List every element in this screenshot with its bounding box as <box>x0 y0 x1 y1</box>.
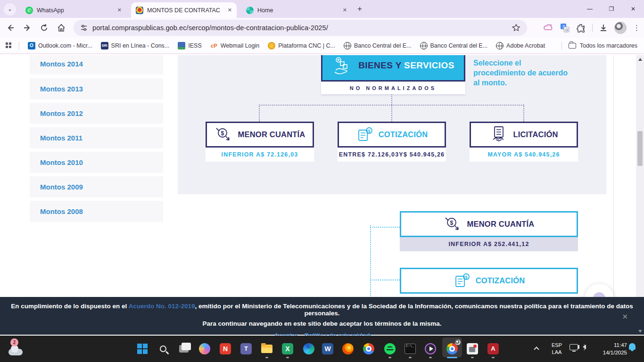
bookmark-sri[interactable]: SRISRI en Línea - Cons... <box>101 42 170 49</box>
bookmark-webmail[interactable]: cPWebmail Login <box>210 42 259 49</box>
sidebar-item-montos-2012[interactable]: Montos 2012 <box>30 103 163 124</box>
running-indicator <box>471 357 474 358</box>
clock-widget[interactable]: 11:47 14/1/2025 <box>593 336 627 362</box>
taskbar-start-button[interactable] <box>133 339 152 358</box>
tab-close-icon[interactable]: ✕ <box>223 7 232 13</box>
taskbar-edge-icon[interactable] <box>299 339 318 358</box>
node-cotizacion-2[interactable]: $ COTIZACIÓN <box>400 268 578 294</box>
close-window-button[interactable]: ✕ <box>622 0 644 18</box>
scrollbar-thumb[interactable] <box>637 131 643 166</box>
node-caption: ENTRE $ 72.126,03 Y $ 540.945,26 <box>338 148 446 162</box>
tab-search-icon[interactable]: ⌄ <box>4 3 16 16</box>
bookmarks-divider <box>19 41 19 50</box>
running-indicator <box>265 357 268 358</box>
node-licitacion[interactable]: LICITACIÓN MAYOR A $ 540.945,26 <box>470 122 578 162</box>
restore-button[interactable]: ❐ <box>601 0 622 18</box>
tab-home[interactable]: Home ✕ <box>241 2 352 18</box>
connector-line-cyan <box>370 227 400 228</box>
running-indicator <box>388 357 391 358</box>
svg-text:$: $ <box>221 130 224 137</box>
profile-avatar[interactable] <box>614 22 627 34</box>
taskbar-excel-icon[interactable]: X <box>278 339 297 358</box>
apps-grid-icon[interactable] <box>6 42 12 49</box>
sidebar-item-montos-2011[interactable]: Montos 2011 <box>30 127 163 148</box>
sidebar-item-montos-2008[interactable]: Montos 2008 <box>30 201 163 222</box>
extensions-puzzle-icon[interactable] <box>576 23 586 33</box>
taskbar-word-icon[interactable]: W <box>318 339 337 358</box>
sidebar-item-montos-2010[interactable]: Montos 2010 <box>30 152 163 173</box>
all-bookmarks[interactable]: Todos los marcadores <box>555 41 637 50</box>
url-bar[interactable]: portal.compraspublicas.gob.ec/sercop/mon… <box>74 20 527 36</box>
node-menor-cuantia[interactable]: $ MENOR CUANTÍA INFERIOR A $ 72.126,03 <box>206 122 314 162</box>
connector-line <box>259 105 260 122</box>
tab-strip: ⌄ WhatsApp ✕ MONTOS DE CONTRATACIÓN P ✕ … <box>0 0 644 18</box>
clock-date: 14/1/2025 <box>593 349 627 356</box>
bookmark-star-icon[interactable] <box>512 24 520 32</box>
toolbar-actions: 文G ⋮ <box>543 20 640 36</box>
taskbar-spotify-icon[interactable] <box>380 339 399 358</box>
browser-menu-icon[interactable]: ⋮ <box>633 24 640 32</box>
back-icon[interactable] <box>4 21 17 34</box>
volume-icon[interactable] <box>583 345 586 349</box>
tab-montos-contratacion[interactable]: MONTOS DE CONTRATACIÓN P ✕ <box>131 2 237 18</box>
taskbar-copilot-icon[interactable] <box>195 339 214 358</box>
url-text[interactable]: portal.compraspublicas.gob.ec/sercop/mon… <box>92 24 328 32</box>
taskbar-nitro-pdf-icon[interactable]: N <box>216 339 235 358</box>
tab-close-icon[interactable]: ✕ <box>338 7 347 13</box>
new-tab-button[interactable]: + <box>357 5 362 13</box>
cookie-notice: En cumplimiento de lo dispuesto en el Ac… <box>0 297 644 335</box>
forward-icon[interactable] <box>21 21 34 34</box>
connector-line <box>259 105 524 106</box>
tab-whatsapp[interactable]: WhatsApp ✕ <box>21 2 126 18</box>
taskbar-search-icon[interactable] <box>154 339 173 358</box>
language-indicator[interactable]: ESP LAA <box>548 336 565 362</box>
globe-icon <box>420 42 428 49</box>
node-menor-cuantia-2[interactable]: $ MENOR CUANTÍA INFERIOR A $ 252.441,12 <box>400 211 578 251</box>
taskbar-java-app-icon[interactable] <box>463 339 482 358</box>
scrollbar-up-arrow[interactable] <box>638 58 642 61</box>
goods-hand-icon <box>332 55 353 76</box>
taskbar-chrome-active-icon[interactable] <box>443 339 462 358</box>
bookmarks-divider <box>561 41 562 50</box>
taskbar-task-view-icon[interactable] <box>174 339 193 358</box>
close-cookie-icon[interactable]: ✕ <box>622 313 628 321</box>
taskbar-acrobat-icon[interactable]: A <box>484 339 503 358</box>
svg-text:$: $ <box>368 129 370 133</box>
scrollbar-track[interactable] <box>636 55 644 297</box>
toolbar-divider <box>592 24 593 32</box>
sidebar-item-montos-2013[interactable]: Montos 2013 <box>30 78 163 99</box>
node-cotizacion[interactable]: $ COTIZACIÓN ENTRE $ 72.126,03 Y $ 540.9… <box>338 122 446 162</box>
taskbar-terminal-icon[interactable]: C:\_ <box>401 339 420 358</box>
bookmark-banco-central-1[interactable]: Banco Central del E... <box>344 42 412 49</box>
taskbar-teams-icon[interactable]: T <box>237 339 256 358</box>
weather-extension-icon[interactable] <box>543 24 553 32</box>
tray-chevron-icon[interactable] <box>533 336 542 362</box>
refresh-icon[interactable] <box>38 21 51 34</box>
minimize-button[interactable]: — <box>579 0 601 18</box>
taskbar-file-explorer-icon[interactable] <box>257 339 276 358</box>
sidebar-item-montos-2009[interactable]: Montos 2009 <box>30 176 163 197</box>
scrollbar-down-arrow[interactable] <box>638 330 642 333</box>
connector-line-cyan <box>370 280 400 280</box>
site-settings-icon[interactable] <box>80 24 88 32</box>
translate-icon[interactable]: 文G <box>560 23 570 33</box>
taskbar-chrome-icon[interactable] <box>359 339 378 358</box>
tab-label: WhatsApp <box>37 7 64 14</box>
bookmark-iess[interactable]: IESS <box>178 42 202 49</box>
tab-close-icon[interactable]: ✕ <box>113 7 122 13</box>
acuerdo-link[interactable]: Acuerdo No. 012-2019 <box>129 303 195 310</box>
clock-time: 11:47 <box>593 341 627 349</box>
running-indicator <box>409 357 412 358</box>
home-icon[interactable] <box>55 21 68 34</box>
downloads-icon[interactable] <box>599 24 608 32</box>
bookmark-outlook[interactable]: OOutlook.com - Micr... <box>28 42 92 49</box>
bookmark-cnc[interactable]: Plataforma CNC | C... <box>268 42 335 49</box>
taskbar-firefox-icon[interactable] <box>339 339 357 358</box>
chrome-profile-badge <box>455 339 461 345</box>
sidebar-item-montos-2014[interactable]: Montos 2014 <box>30 55 163 74</box>
network-icon[interactable] <box>570 344 578 350</box>
notifications-bell-icon[interactable] <box>629 343 636 350</box>
bookmark-banco-central-2[interactable]: Banco Central del E... <box>420 42 488 49</box>
bookmark-adobe[interactable]: Adobe Acrobat <box>496 42 545 49</box>
taskbar-media-player-icon[interactable] <box>421 339 440 358</box>
